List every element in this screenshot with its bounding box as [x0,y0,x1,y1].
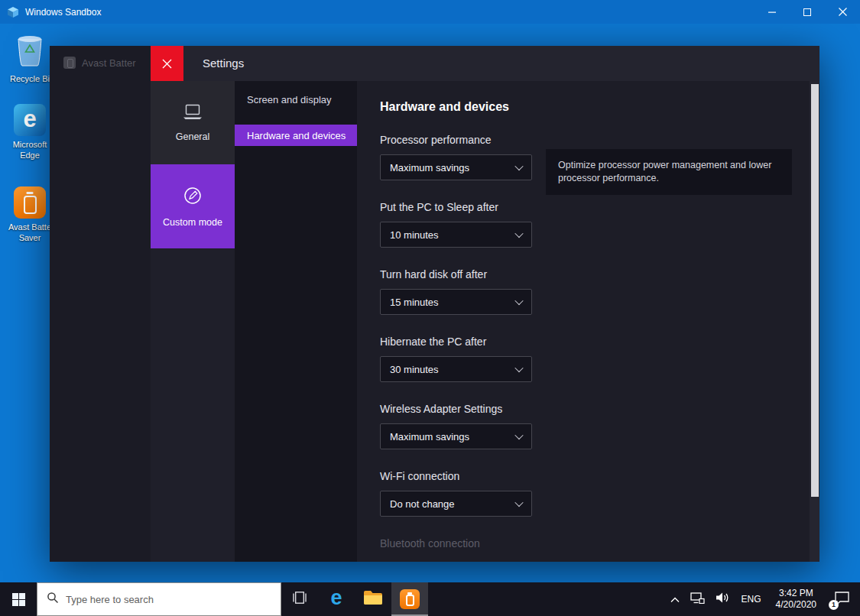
mode-nav-custom-mode[interactable]: Custom mode [151,164,235,248]
avast-battery-icon [14,186,46,219]
tray-clock-button[interactable]: 3:42 PM 4/20/2020 [768,582,824,616]
desktop-icon-label: Microsoft Edge [13,139,47,160]
start-button[interactable] [0,582,37,616]
mode-nav-general[interactable]: General [151,81,235,164]
tray-time: 3:42 PM [779,588,813,599]
search-input[interactable] [66,594,257,605]
dropdown-value: 30 minutes [390,364,439,375]
chevron-down-icon [514,162,523,170]
taskbar-edge-button[interactable]: e [318,582,355,616]
section-nav: Screen and display Hardware and devices [235,81,357,562]
mode-nav-label: Custom mode [163,217,222,228]
recycle-bin-icon [15,34,44,70]
mode-nav: General Custom mode [151,81,235,562]
hard-disk-off-dropdown[interactable]: 15 minutes [380,289,532,315]
field-hard-disk-off: Turn hard disk off after 15 minutes [380,268,809,315]
chevron-down-icon [514,498,523,507]
settings-title: Settings [203,46,244,81]
avast-app-icon-dimmed [63,57,76,69]
avast-battery-icon [400,589,420,609]
page-title: Hardware and devices [380,99,809,115]
settings-content: Hardware and devices Processor performan… [357,81,809,562]
app-background-titlebar: Avast Batter [63,57,151,69]
field-label: Bluetooth connection [380,537,809,550]
maximize-icon [803,8,811,16]
field-bluetooth-connection: Bluetooth connection [380,537,809,550]
minimize-button[interactable] [755,0,790,24]
field-label: Hibernate the PC after [380,336,809,349]
field-label: Turn hard disk off after [380,268,809,281]
taskbar-file-explorer-button[interactable] [355,582,391,616]
volume-icon [716,592,729,607]
os-window-title: Windows Sandbox [25,7,101,18]
laptop-icon [181,104,204,123]
processor-performance-tooltip: Optimize processor power management and … [546,149,792,195]
hibernate-after-dropdown[interactable]: 30 minutes [380,356,532,382]
wifi-connection-dropdown[interactable]: Do not change [380,491,532,517]
tray-volume-button[interactable] [710,582,735,616]
section-nav-screen-and-display[interactable]: Screen and display [235,87,357,112]
chevron-down-icon [514,364,523,372]
windows-sandbox-logo-icon [7,6,19,18]
tray-show-hidden-icons-button[interactable] [665,582,685,616]
sleep-after-dropdown[interactable]: 10 minutes [380,222,532,248]
app-background-title: Avast Batter [82,57,136,69]
field-label: Wireless Adapter Settings [380,403,809,416]
field-label: Processor performance [380,134,809,147]
field-label: Wi-Fi connection [380,470,809,483]
dropdown-value: 15 minutes [390,297,439,308]
network-icon [690,592,705,607]
edge-icon [14,104,46,136]
field-wireless-adapter: Wireless Adapter Settings Maximum saving… [380,403,809,449]
settings-titlebar [151,46,819,81]
content-scrollbar-thumb[interactable] [811,84,819,497]
app-background-panel: Avast Batter [50,46,151,562]
notification-count-badge: 1 [829,600,839,610]
field-hibernate-after: Hibernate the PC after 30 minutes [380,336,809,382]
tray-language-button[interactable]: ENG [735,582,768,616]
search-icon [47,592,59,607]
taskbar-avast-battery-saver-button[interactable] [391,582,428,616]
minimize-icon [768,8,776,16]
action-center-button[interactable]: 1 [824,582,860,616]
close-window-button[interactable] [825,0,860,24]
mode-nav-label: General [176,131,209,142]
window-controls [755,0,860,24]
processor-performance-dropdown[interactable]: Maximum savings [380,154,532,180]
maximize-button[interactable] [790,0,825,24]
taskbar: e [0,582,860,616]
field-wifi-connection: Wi-Fi connection Do not change [380,470,809,517]
chevron-down-icon [514,229,523,238]
close-icon [162,59,172,69]
desktop-icon-label: Recycle Bi [10,73,50,84]
wireless-adapter-dropdown[interactable]: Maximum savings [380,423,532,449]
dropdown-value: Do not change [390,498,455,510]
system-tray: ENG 3:42 PM 4/20/2020 1 [665,582,860,616]
edge-icon: e [330,588,342,608]
task-view-icon [291,592,308,607]
close-settings-button[interactable] [151,46,183,81]
field-label: Put the PC to Sleep after [380,201,809,214]
dropdown-value: Maximum savings [390,431,469,443]
tray-network-button[interactable] [685,582,710,616]
avast-settings-window: Avast Batter Settings General Cus [50,46,819,562]
dropdown-value: 10 minutes [390,229,439,241]
chevron-down-icon [514,431,523,439]
chevron-up-icon [670,592,680,606]
chevron-down-icon [514,297,523,305]
folder-icon [363,590,383,608]
os-titlebar: Windows Sandbox [0,0,860,24]
section-nav-hardware-and-devices[interactable]: Hardware and devices [235,125,357,146]
close-icon [839,8,847,16]
tray-date: 4/20/2020 [776,599,816,611]
desktop-icon-label: Avast Batte Saver [8,222,51,243]
dropdown-value: Maximum savings [390,162,469,173]
task-view-button[interactable] [281,582,318,616]
content-scrollbar-track[interactable] [810,81,819,562]
custom-mode-icon [183,186,203,209]
taskbar-search[interactable] [37,582,281,616]
field-sleep-after: Put the PC to Sleep after 10 minutes [380,201,809,248]
start-icon [12,593,25,606]
